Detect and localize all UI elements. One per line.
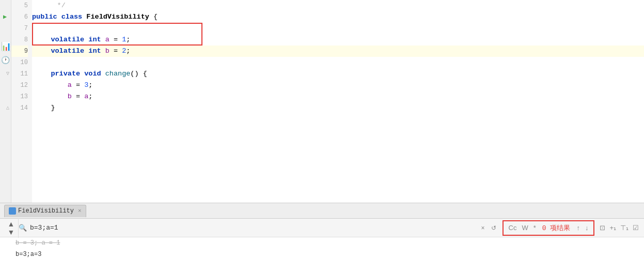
tab-file-icon (9, 207, 16, 215)
case-sensitive-button[interactable]: Cc (508, 224, 518, 232)
side-icon-clock[interactable]: 🕐 (1, 56, 10, 65)
var-b-13: b (68, 91, 72, 102)
results-count: 0 项结果 (540, 223, 573, 233)
keyword-public: public (32, 11, 61, 23)
search-options-box: Cc W * 0 项结果 ↑ ↓ (502, 220, 595, 236)
classname-fieldvisibility: FieldVisibility (86, 11, 153, 23)
search-clear-actions: × ↺ (479, 223, 498, 233)
code-line-8: volatile int a = 1; (32, 34, 644, 46)
semi-8: ; (126, 34, 130, 46)
semi-9: ; (126, 46, 130, 57)
keyword-volatile-9: volatile (34, 46, 88, 57)
list-up-button[interactable]: ▲ (8, 220, 15, 228)
clear-search-button[interactable]: × (479, 223, 487, 233)
tab-label: FieldVisibility (18, 207, 74, 215)
code-line-14: } (32, 102, 644, 114)
indent-13 (34, 91, 68, 102)
whole-word-button[interactable]: W (521, 224, 529, 232)
code-line-12: a = 3; (32, 80, 644, 91)
next-result-button[interactable]: ↓ (584, 223, 590, 233)
var-a-12: a (68, 80, 72, 91)
tab-close-button[interactable]: × (78, 208, 82, 214)
indent-12 (34, 80, 68, 91)
list-item-1[interactable]: b = 3; a = 1 (0, 237, 644, 249)
code-text-12: = (72, 80, 84, 91)
var-b: b (105, 46, 109, 57)
action-icon-2[interactable]: +₁ (608, 223, 617, 233)
code-content: */ public class FieldVisibility { volati… (32, 0, 644, 203)
regex-button[interactable]: * (532, 224, 537, 232)
list-item-2[interactable]: b=3;a=3 (0, 249, 644, 260)
code-line-9: volatile int b = 2; (32, 46, 644, 57)
refresh-search-button[interactable]: ↺ (489, 223, 498, 233)
semi-12: ; (88, 80, 92, 91)
fold-icon-14[interactable]: △ (6, 102, 9, 114)
num-2: 2 (122, 46, 126, 57)
code-line-7 (32, 23, 644, 34)
search-bar: ▲ ▼ 🔍 × ↺ Cc W * 0 项结果 ↑ ↓ ⊡ +₁ ⊤₁ ☑ (0, 218, 644, 237)
action-icon-1[interactable]: ⊡ (599, 223, 606, 233)
paren-11: () { (130, 68, 147, 80)
assign-9: = (109, 46, 122, 57)
list-nav-arrows: ▲ ▼ (4, 218, 19, 238)
search-magnifier-icon: 🔍 (19, 224, 27, 232)
num-1: 1 (122, 34, 126, 46)
line-num-9: 9 (11, 46, 28, 57)
line-num-10: 10 (11, 57, 28, 68)
search-input-area: 🔍 × ↺ (19, 223, 502, 233)
side-icon-chart[interactable]: 📊 (1, 41, 10, 52)
keyword-volatile-8: volatile (34, 34, 88, 46)
line-num-7: 7 (11, 23, 28, 34)
keyword-private: private (34, 68, 84, 80)
line-num-12: 12 (11, 80, 28, 91)
code-line-10 (32, 57, 644, 68)
line-num-8: 8 (11, 34, 28, 46)
brace-close-14: } (34, 102, 55, 114)
search-input[interactable] (30, 224, 476, 232)
search-extra-actions: ⊡ +₁ ⊤₁ ☑ (599, 223, 640, 233)
run-arrow-icon[interactable]: ▶ (3, 11, 7, 23)
tab-fieldvisibility[interactable]: FieldVisibility × (4, 205, 86, 217)
keyword-int-9: int (88, 46, 105, 57)
keyword-void: void (84, 68, 105, 80)
var-a: a (105, 34, 109, 46)
num-3: 3 (84, 80, 88, 91)
assign-13: = (72, 91, 84, 102)
editor-area: 📊 🕐 5 ▶ 6 7 8 9 10 ▽ 11 12 13 △ 14 */ (0, 0, 644, 203)
tab-bar: FieldVisibility × (0, 203, 644, 218)
line-num-6: ▶ 6 (11, 11, 28, 23)
keyword-int-8: int (88, 34, 105, 46)
assign-8: = (109, 34, 122, 46)
action-icon-4[interactable]: ☑ (632, 223, 640, 233)
search-results-list: b = 3; a = 1 b=3;a=3 (0, 237, 644, 273)
method-change: change (105, 68, 131, 80)
code-line-13: b = a; (32, 91, 644, 102)
code-line-11: private void change() { (32, 68, 644, 80)
line-numbers: 5 ▶ 6 7 8 9 10 ▽ 11 12 13 △ 14 (11, 0, 32, 203)
line-num-14: △ 14 (11, 102, 28, 114)
line-num-5: 5 (11, 0, 28, 11)
semi-13: ; (88, 91, 92, 102)
side-panel: 📊 🕐 (0, 0, 11, 203)
prev-result-button[interactable]: ↑ (575, 223, 581, 233)
keyword-class: class (61, 11, 87, 23)
var-a-13: a (84, 91, 88, 102)
brace-open-6: { (153, 11, 158, 23)
code-line-5: */ (32, 0, 644, 11)
list-down-button[interactable]: ▼ (8, 229, 15, 236)
line-num-13: 13 (11, 91, 28, 102)
fold-icon-11[interactable]: ▽ (6, 68, 9, 80)
code-line-6: public class FieldVisibility { (32, 11, 644, 23)
action-icon-3[interactable]: ⊤₁ (619, 223, 630, 233)
line-num-11: ▽ 11 (11, 68, 28, 80)
code-comment-5: */ (32, 0, 66, 11)
